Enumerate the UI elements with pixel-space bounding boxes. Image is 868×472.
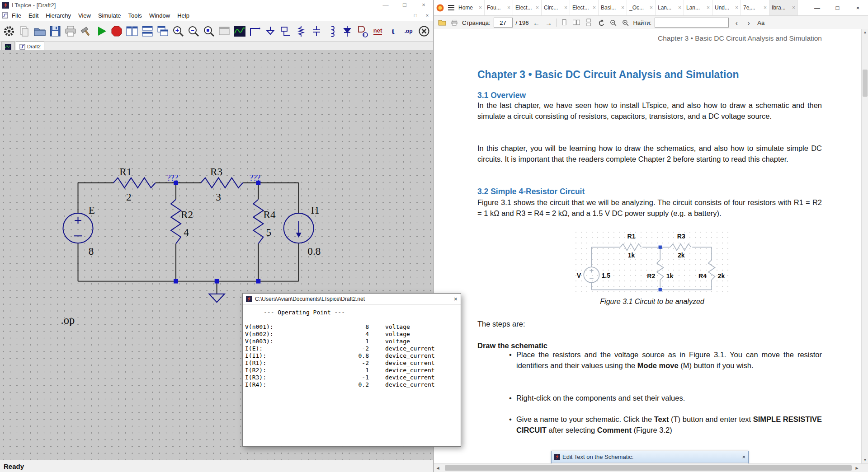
tab-close-icon[interactable]: × xyxy=(507,5,510,11)
menu-tools[interactable]: Tools xyxy=(125,12,146,19)
mdi-minimize-button[interactable]: — xyxy=(398,13,410,18)
netlist-button[interactable]: net xyxy=(370,22,385,40)
pdf-tab-home[interactable]: Home× xyxy=(456,0,485,15)
pane-button[interactable] xyxy=(217,22,231,40)
tab-close-icon[interactable]: × xyxy=(792,5,795,11)
menu-window[interactable]: Window xyxy=(146,12,174,19)
view-continuous-button[interactable] xyxy=(584,17,593,28)
tab-close-icon[interactable]: × xyxy=(564,5,567,11)
back-button[interactable]: ← xyxy=(532,17,541,28)
dialog-titlebar[interactable]: C:\Users\Avian\Documents\LTspice\Draft2.… xyxy=(243,294,461,305)
pdf-tab-3[interactable]: Circ...× xyxy=(542,0,570,15)
find-prev-button[interactable]: ‹ xyxy=(732,17,741,28)
menu-file[interactable]: File xyxy=(8,12,25,19)
tab-close-icon[interactable]: × xyxy=(536,5,539,11)
tile-horizontal-button[interactable] xyxy=(140,22,155,40)
find-input[interactable] xyxy=(655,18,729,28)
scroll-up-arrow[interactable]: ▲ xyxy=(862,29,868,36)
menu-view[interactable]: View xyxy=(75,12,94,19)
menu-help[interactable]: Help xyxy=(174,12,193,19)
pdf-tab-10[interactable]: 7e,...× xyxy=(741,0,769,15)
tab-close-icon[interactable]: × xyxy=(735,5,738,11)
pdf-tab-2[interactable]: Elect...× xyxy=(513,0,542,15)
close-button[interactable]: × xyxy=(414,0,433,10)
zoom-full-button[interactable] xyxy=(201,22,216,40)
pdf-tab-5[interactable]: Basi...× xyxy=(599,0,627,15)
label-net-button[interactable] xyxy=(278,22,293,40)
print-button[interactable] xyxy=(450,17,459,28)
tab-close-icon[interactable]: × xyxy=(650,5,653,11)
maximize-button[interactable]: □ xyxy=(395,0,414,10)
pdf-tab-7[interactable]: Lan...× xyxy=(656,0,684,15)
horizontal-scroll-thumb[interactable] xyxy=(445,465,852,471)
rotate-left-button[interactable] xyxy=(596,17,605,28)
forward-button[interactable]: → xyxy=(544,17,553,28)
tab-close-icon[interactable]: × xyxy=(621,5,624,11)
pdf-tab-9[interactable]: Und...× xyxy=(712,0,741,15)
wire-button[interactable] xyxy=(247,22,262,40)
ground-button[interactable] xyxy=(263,22,278,40)
bullet-item-2: •Right-click on the components and set t… xyxy=(508,393,822,403)
menu-hamburger-button[interactable] xyxy=(446,5,456,10)
run-button[interactable] xyxy=(94,22,108,40)
view-facing-button[interactable] xyxy=(572,17,581,28)
resistor-button[interactable] xyxy=(293,22,308,40)
match-case-button[interactable]: Aa xyxy=(756,17,765,28)
text-tool-button[interactable]: t xyxy=(386,22,401,40)
paste-button[interactable] xyxy=(17,22,32,40)
components[interactable] xyxy=(63,178,313,302)
tab-close-icon[interactable]: × xyxy=(707,5,710,11)
menu-hierarchy[interactable]: Hierarchy xyxy=(42,12,75,19)
minimize-button[interactable]: — xyxy=(376,0,395,10)
scroll-down-arrow[interactable]: ▼ xyxy=(862,457,868,463)
scroll-right-arrow[interactable]: ▶ xyxy=(853,464,861,472)
find-next-button[interactable]: › xyxy=(744,17,753,28)
tab-close-icon[interactable]: × xyxy=(593,5,596,11)
tab-close-icon[interactable]: × xyxy=(479,5,482,11)
open-file-button[interactable] xyxy=(438,17,447,28)
print-button[interactable] xyxy=(63,22,78,40)
save-button[interactable] xyxy=(47,22,62,40)
open-button[interactable] xyxy=(32,22,47,40)
tab-close-icon[interactable]: × xyxy=(764,5,767,11)
diode-button[interactable] xyxy=(340,22,354,40)
value-r1: 2 xyxy=(126,191,132,203)
menu-simulate[interactable]: Simulate xyxy=(94,12,125,19)
menu-edit[interactable]: Edit xyxy=(25,12,42,19)
cut-button[interactable] xyxy=(416,22,431,40)
waveform-button[interactable] xyxy=(232,22,247,40)
pdf-tab-8[interactable]: Lan...× xyxy=(684,0,712,15)
maximize-button[interactable]: □ xyxy=(827,0,848,15)
pdf-tab-4[interactable]: Elect...× xyxy=(570,0,599,15)
mdi-close-button[interactable]: × xyxy=(421,13,433,18)
close-button[interactable]: × xyxy=(848,0,868,15)
zoom-out-button[interactable] xyxy=(186,22,201,40)
zoom-in-button[interactable] xyxy=(170,22,185,40)
horizontal-scrollbar[interactable]: ◀ ▶ xyxy=(434,463,868,472)
inductor-button[interactable] xyxy=(324,22,339,40)
tab-close-icon[interactable]: × xyxy=(678,5,681,11)
spice-directive-button[interactable]: .op xyxy=(401,22,416,40)
tab-draft2[interactable]: Draft2 xyxy=(16,42,44,51)
vertical-scroll-thumb[interactable] xyxy=(863,70,868,97)
vertical-scrollbar[interactable]: ▲ ▼ xyxy=(861,29,868,463)
minimize-button[interactable]: — xyxy=(807,0,827,15)
control-panel-button[interactable] xyxy=(78,22,93,40)
tab-waveform[interactable] xyxy=(1,42,15,51)
component-button[interactable] xyxy=(355,22,370,40)
settings-gear-button[interactable] xyxy=(1,22,16,40)
pdf-tab-11[interactable]: Ibra...× xyxy=(769,0,798,15)
dialog-close-button[interactable]: × xyxy=(454,295,458,303)
tile-vertical-button[interactable] xyxy=(124,22,139,40)
zoom-in-button[interactable] xyxy=(621,17,630,28)
halt-button[interactable] xyxy=(109,22,124,40)
scroll-left-arrow[interactable]: ◀ xyxy=(434,464,442,472)
pdf-tab-1[interactable]: Fou...× xyxy=(485,0,513,15)
capacitor-button[interactable] xyxy=(309,22,324,40)
page-number-input[interactable] xyxy=(494,18,513,28)
pdf-tab-6[interactable]: _Oc...× xyxy=(627,0,656,15)
cascade-button[interactable] xyxy=(155,22,170,40)
zoom-out-button[interactable] xyxy=(609,17,618,28)
view-single-page-button[interactable] xyxy=(560,17,569,28)
mdi-restore-button[interactable]: □ xyxy=(410,13,421,18)
